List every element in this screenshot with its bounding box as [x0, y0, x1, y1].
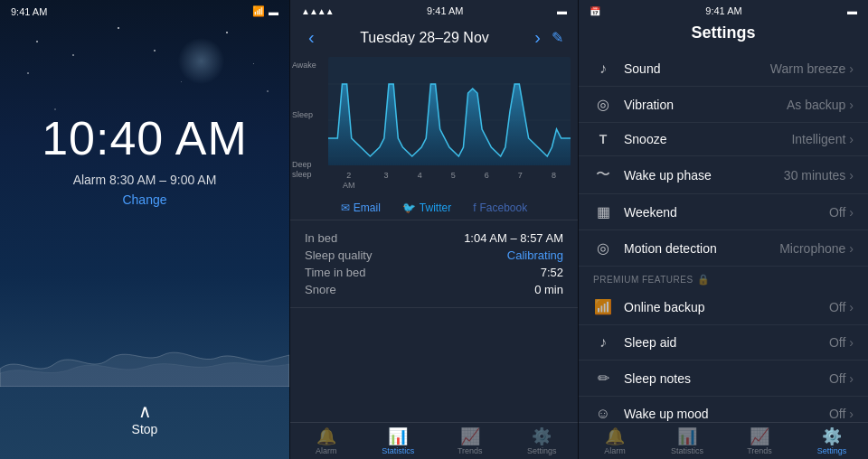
settings-tab-bar: 🔔 Alarm 📊 Statistics 📈 Trends ⚙️ Setting… [579, 422, 868, 459]
alarm-clock-time: 10:40 AM [42, 111, 248, 165]
email-icon: ✉ [341, 201, 350, 214]
facebook-label: Facebook [480, 201, 528, 214]
alarm-tab-settings-label: Alarm [604, 446, 626, 455]
wakeup-mood-chevron: › [849, 407, 854, 421]
quality-value[interactable]: Calibrating [507, 248, 563, 262]
inbed-key: In bed [305, 231, 337, 245]
weekend-label: Weekend [624, 205, 829, 220]
wifi-icon: 📶 [252, 5, 265, 17]
motion-value: Microphone [779, 241, 845, 256]
motion-label: Motion detection [624, 241, 779, 256]
email-share-button[interactable]: ✉ Email [341, 201, 381, 214]
stats-edit-button[interactable]: ✎ [552, 29, 563, 46]
statistics-icon-settings: 📊 [677, 428, 697, 445]
stats-next-button[interactable]: › [531, 27, 544, 48]
settings-item-vibration[interactable]: ◎ Vibration As backup › [579, 87, 868, 123]
alarm-icon-settings: 🔔 [605, 428, 625, 445]
facebook-share-button[interactable]: f Facebook [473, 201, 527, 214]
settings-tab-statistics[interactable]: 📊 Statistics [651, 423, 723, 459]
settings-tab-settings-label: Settings [817, 446, 847, 455]
tab-alarm[interactable]: 🔔 Alarm [290, 423, 363, 459]
settings-item-snooze[interactable]: T Snooze Intelligent › [579, 123, 868, 156]
weekend-value: Off [829, 205, 845, 220]
alarm-tab-icon: 🔔 [316, 428, 336, 445]
wakeup-phase-label: Wake up phase [624, 168, 784, 183]
tab-trends[interactable]: 📈 Trends [434, 423, 506, 459]
sleep-notes-chevron: › [849, 371, 854, 386]
chart-x-labels: 2AM 3 4 5 6 7 8 [328, 169, 571, 194]
settings-panel: 📅 9:41 AM ▬ Settings ♪ Sound Warm breeze… [579, 0, 868, 459]
chart-x-2am: 2AM [343, 171, 355, 191]
settings-tab-trends[interactable]: 📈 Trends [723, 423, 796, 459]
alarm-change-button[interactable]: Change [122, 192, 166, 207]
settings-tab-icon-stats: ⚙️ [532, 428, 552, 445]
snooze-icon: T [593, 132, 613, 146]
quality-key: Sleep quality [305, 248, 372, 262]
vibration-icon: ◎ [593, 96, 613, 113]
settings-item-wakeup-mood[interactable]: ☺ Wake up mood Off › [579, 397, 868, 422]
tab-settings-stats[interactable]: ⚙️ Settings [506, 423, 579, 459]
stats-data-section: In bed 1:04 AM – 8:57 AM Sleep quality C… [290, 220, 578, 308]
stats-signal: ▲▲▲▲ [301, 6, 334, 16]
twitter-label: Twitter [420, 201, 451, 214]
settings-item-online-backup[interactable]: 📶 Online backup Off › [579, 289, 868, 325]
chart-y-deepsleep: Deepsleep [292, 160, 326, 180]
settings-item-sound[interactable]: ♪ Sound Warm breeze › [579, 52, 868, 87]
sound-chevron: › [849, 61, 854, 76]
sleep-aid-value: Off [829, 335, 845, 350]
settings-tab-settings[interactable]: ⚙️ Settings [796, 423, 868, 459]
timeinbed-key: Time in bed [305, 266, 365, 279]
email-label: Email [354, 201, 381, 214]
chart-x-5: 5 [451, 171, 456, 191]
snore-key: Snore [305, 283, 336, 296]
wave-decoration [0, 314, 289, 387]
battery-icon: ▬ [269, 6, 278, 17]
trends-tab-label: Trends [458, 446, 483, 455]
inbed-value: 1:04 AM – 8:57 AM [464, 231, 563, 245]
alarm-label: Alarm 8:30 AM – 9:00 AM [73, 173, 217, 187]
sleep-chart-svg [328, 57, 571, 165]
stats-tab-bar: 🔔 Alarm 📊 Statistics 📈 Trends ⚙️ Setting… [290, 422, 578, 459]
stats-status-bar: ▲▲▲▲ 9:41 AM ▬ [290, 0, 578, 20]
statistics-tab-icon: 📊 [388, 428, 408, 445]
wakeup-phase-chevron: › [849, 168, 854, 183]
settings-tab-alarm[interactable]: 🔔 Alarm [579, 423, 651, 459]
settings-item-sleep-notes[interactable]: ✏ Sleep notes Off › [579, 361, 868, 397]
sleep-aid-label: Sleep aid [624, 335, 829, 350]
lock-icon: 🔒 [697, 274, 711, 286]
settings-main-section: ♪ Sound Warm breeze › ◎ Vibration As bac… [579, 52, 868, 267]
alarm-stop-button[interactable]: ∧ Stop [132, 402, 158, 436]
chart-x-6: 6 [485, 171, 489, 191]
sleep-notes-value: Off [829, 371, 845, 386]
twitter-share-button[interactable]: 🐦 Twitter [402, 201, 451, 214]
settings-item-sleep-aid[interactable]: ♪ Sleep aid Off › [579, 325, 868, 361]
tab-statistics[interactable]: 📊 Statistics [363, 423, 435, 459]
stats-prev-button[interactable]: ‹ [305, 27, 318, 48]
sleep-aid-icon: ♪ [593, 334, 613, 351]
settings-time: 9:41 AM [705, 5, 741, 16]
stats-time: 9:41 AM [427, 5, 463, 16]
stats-date-title: Tuesday 28–29 Nov [360, 30, 489, 46]
settings-battery: ▬ [847, 5, 857, 16]
alarm-panel: 9:41 AM 📶 ▬ 10:40 AM Alarm 8:30 AM – 9:0… [0, 0, 289, 459]
online-backup-chevron: › [849, 300, 854, 314]
stars-decoration [0, 0, 289, 459]
sound-icon: ♪ [593, 61, 613, 77]
trends-tab-settings-label: Trends [747, 446, 772, 455]
settings-item-motion[interactable]: ◎ Motion detection Microphone › [579, 230, 868, 267]
snore-value: 0 min [534, 283, 563, 296]
calendar-icon: 📅 [590, 6, 600, 16]
settings-item-weekend[interactable]: ▦ Weekend Off › [579, 194, 868, 230]
sound-label: Sound [624, 61, 770, 76]
alarm-status-bar: 9:41 AM 📶 ▬ [0, 0, 289, 21]
online-backup-label: Online backup [624, 300, 829, 314]
settings-item-wakeup-phase[interactable]: 〜 Wake up phase 30 minutes › [579, 156, 868, 194]
sleep-aid-chevron: › [849, 335, 854, 350]
twitter-icon: 🐦 [402, 201, 416, 214]
settings-tab-label-stats: Settings [527, 446, 557, 455]
alarm-status-icons: 📶 ▬ [252, 5, 278, 17]
chevron-up-icon: ∧ [138, 402, 152, 420]
weekend-icon: ▦ [593, 203, 613, 220]
motion-chevron: › [849, 241, 854, 256]
vibration-chevron: › [849, 98, 854, 112]
